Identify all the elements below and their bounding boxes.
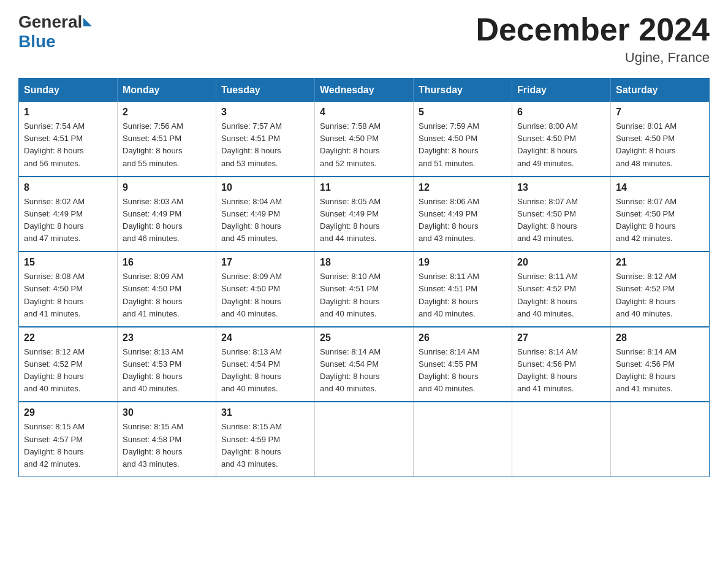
day-info: Sunrise: 8:03 AMSunset: 4:49 PMDaylight:… — [123, 196, 211, 245]
day-info: Sunrise: 8:05 AMSunset: 4:49 PMDaylight:… — [320, 196, 408, 245]
calendar-cell: 1 Sunrise: 7:54 AMSunset: 4:51 PMDayligh… — [19, 102, 118, 177]
day-info: Sunrise: 8:15 AMSunset: 4:58 PMDaylight:… — [123, 421, 211, 470]
title-block: December 2024 Ugine, France — [476, 12, 710, 66]
weekday-header-saturday: Saturday — [611, 79, 710, 102]
weekday-header-monday: Monday — [118, 79, 216, 102]
calendar-cell: 22 Sunrise: 8:12 AMSunset: 4:52 PMDaylig… — [19, 327, 118, 402]
day-info: Sunrise: 8:14 AMSunset: 4:55 PMDaylight:… — [419, 346, 507, 396]
day-info: Sunrise: 7:54 AMSunset: 4:51 PMDaylight:… — [24, 120, 112, 170]
week-row-3: 15 Sunrise: 8:08 AMSunset: 4:50 PMDaylig… — [19, 251, 710, 327]
calendar-cell: 7 Sunrise: 8:01 AMSunset: 4:50 PMDayligh… — [611, 102, 710, 177]
calendar-cell: 9 Sunrise: 8:03 AMSunset: 4:49 PMDayligh… — [118, 177, 216, 252]
day-number: 8 — [24, 182, 112, 193]
day-info: Sunrise: 8:04 AMSunset: 4:49 PMDaylight:… — [221, 196, 309, 245]
calendar-cell: 20 Sunrise: 8:11 AMSunset: 4:52 PMDaylig… — [512, 251, 611, 327]
calendar-cell: 8 Sunrise: 8:02 AMSunset: 4:49 PMDayligh… — [19, 177, 118, 252]
weekday-header-friday: Friday — [512, 79, 611, 102]
calendar-cell: 21 Sunrise: 8:12 AMSunset: 4:52 PMDaylig… — [611, 251, 710, 327]
week-row-2: 8 Sunrise: 8:02 AMSunset: 4:49 PMDayligh… — [19, 177, 710, 252]
day-info: Sunrise: 8:08 AMSunset: 4:50 PMDaylight:… — [24, 270, 112, 320]
day-info: Sunrise: 7:58 AMSunset: 4:50 PMDaylight:… — [320, 120, 408, 170]
day-number: 16 — [123, 257, 211, 268]
day-number: 11 — [320, 182, 408, 193]
day-number: 26 — [419, 332, 507, 343]
calendar-cell — [315, 402, 414, 477]
calendar-cell: 15 Sunrise: 8:08 AMSunset: 4:50 PMDaylig… — [19, 251, 118, 327]
calendar-cell: 24 Sunrise: 8:13 AMSunset: 4:54 PMDaylig… — [216, 327, 315, 402]
location: Ugine, France — [476, 50, 710, 66]
day-number: 17 — [221, 257, 309, 268]
weekday-header-sunday: Sunday — [19, 79, 118, 102]
weekday-header-row: SundayMondayTuesdayWednesdayThursdayFrid… — [19, 79, 710, 102]
day-info: Sunrise: 7:56 AMSunset: 4:51 PMDaylight:… — [123, 120, 211, 170]
calendar-cell: 12 Sunrise: 8:06 AMSunset: 4:49 PMDaylig… — [414, 177, 512, 252]
day-number: 2 — [123, 107, 211, 118]
calendar-cell: 23 Sunrise: 8:13 AMSunset: 4:53 PMDaylig… — [118, 327, 216, 402]
week-row-5: 29 Sunrise: 8:15 AMSunset: 4:57 PMDaylig… — [19, 402, 710, 477]
calendar-cell: 27 Sunrise: 8:14 AMSunset: 4:56 PMDaylig… — [512, 327, 611, 402]
day-info: Sunrise: 8:01 AMSunset: 4:50 PMDaylight:… — [616, 120, 704, 170]
calendar-table: SundayMondayTuesdayWednesdayThursdayFrid… — [18, 78, 710, 477]
day-info: Sunrise: 8:00 AMSunset: 4:50 PMDaylight:… — [517, 120, 605, 170]
day-info: Sunrise: 8:14 AMSunset: 4:54 PMDaylight:… — [320, 346, 408, 396]
calendar-cell — [512, 402, 611, 477]
week-row-1: 1 Sunrise: 7:54 AMSunset: 4:51 PMDayligh… — [19, 102, 710, 177]
day-number: 23 — [123, 332, 211, 343]
calendar-cell: 26 Sunrise: 8:14 AMSunset: 4:55 PMDaylig… — [414, 327, 512, 402]
calendar-cell — [414, 402, 512, 477]
day-info: Sunrise: 8:06 AMSunset: 4:49 PMDaylight:… — [419, 196, 507, 245]
day-number: 27 — [517, 332, 605, 343]
day-info: Sunrise: 8:14 AMSunset: 4:56 PMDaylight:… — [517, 346, 605, 396]
day-info: Sunrise: 8:15 AMSunset: 4:57 PMDaylight:… — [24, 421, 112, 470]
calendar-cell: 2 Sunrise: 7:56 AMSunset: 4:51 PMDayligh… — [118, 102, 216, 177]
calendar-cell: 16 Sunrise: 8:09 AMSunset: 4:50 PMDaylig… — [118, 251, 216, 327]
calendar-cell: 10 Sunrise: 8:04 AMSunset: 4:49 PMDaylig… — [216, 177, 315, 252]
day-info: Sunrise: 8:12 AMSunset: 4:52 PMDaylight:… — [616, 270, 704, 320]
day-info: Sunrise: 8:15 AMSunset: 4:59 PMDaylight:… — [221, 421, 309, 470]
calendar-cell — [611, 402, 710, 477]
day-number: 1 — [24, 107, 112, 118]
day-info: Sunrise: 8:11 AMSunset: 4:52 PMDaylight:… — [517, 270, 605, 320]
calendar-cell: 4 Sunrise: 7:58 AMSunset: 4:50 PMDayligh… — [315, 102, 414, 177]
day-number: 14 — [616, 182, 704, 193]
day-number: 13 — [517, 182, 605, 193]
day-number: 19 — [419, 257, 507, 268]
month-title: December 2024 — [476, 12, 710, 47]
logo: General Blue — [18, 12, 93, 52]
weekday-header-tuesday: Tuesday — [216, 79, 315, 102]
calendar-cell: 13 Sunrise: 8:07 AMSunset: 4:50 PMDaylig… — [512, 177, 611, 252]
day-number: 29 — [24, 407, 112, 418]
calendar-cell: 30 Sunrise: 8:15 AMSunset: 4:58 PMDaylig… — [118, 402, 216, 477]
day-number: 24 — [221, 332, 309, 343]
day-number: 12 — [419, 182, 507, 193]
week-row-4: 22 Sunrise: 8:12 AMSunset: 4:52 PMDaylig… — [19, 327, 710, 402]
day-info: Sunrise: 8:12 AMSunset: 4:52 PMDaylight:… — [24, 346, 112, 396]
day-number: 7 — [616, 107, 704, 118]
day-number: 22 — [24, 332, 112, 343]
day-info: Sunrise: 8:02 AMSunset: 4:49 PMDaylight:… — [24, 196, 112, 245]
day-info: Sunrise: 8:07 AMSunset: 4:50 PMDaylight:… — [616, 196, 704, 245]
day-info: Sunrise: 8:13 AMSunset: 4:54 PMDaylight:… — [221, 346, 309, 396]
day-number: 5 — [419, 107, 507, 118]
day-info: Sunrise: 8:14 AMSunset: 4:56 PMDaylight:… — [616, 346, 704, 396]
logo-arrow-icon — [83, 18, 92, 26]
calendar-cell: 25 Sunrise: 8:14 AMSunset: 4:54 PMDaylig… — [315, 327, 414, 402]
calendar-cell: 18 Sunrise: 8:10 AMSunset: 4:51 PMDaylig… — [315, 251, 414, 327]
day-info: Sunrise: 7:59 AMSunset: 4:50 PMDaylight:… — [419, 120, 507, 170]
day-number: 6 — [517, 107, 605, 118]
day-info: Sunrise: 8:11 AMSunset: 4:51 PMDaylight:… — [419, 270, 507, 320]
page-header: General Blue December 2024 Ugine, France — [18, 12, 710, 66]
day-number: 21 — [616, 257, 704, 268]
calendar-cell: 31 Sunrise: 8:15 AMSunset: 4:59 PMDaylig… — [216, 402, 315, 477]
day-number: 3 — [221, 107, 309, 118]
day-number: 30 — [123, 407, 211, 418]
calendar-cell: 28 Sunrise: 8:14 AMSunset: 4:56 PMDaylig… — [611, 327, 710, 402]
calendar-cell: 6 Sunrise: 8:00 AMSunset: 4:50 PMDayligh… — [512, 102, 611, 177]
calendar-cell: 17 Sunrise: 8:09 AMSunset: 4:50 PMDaylig… — [216, 251, 315, 327]
day-info: Sunrise: 8:09 AMSunset: 4:50 PMDaylight:… — [221, 270, 309, 320]
day-info: Sunrise: 7:57 AMSunset: 4:51 PMDaylight:… — [221, 120, 309, 170]
day-number: 10 — [221, 182, 309, 193]
day-number: 18 — [320, 257, 408, 268]
weekday-header-thursday: Thursday — [414, 79, 512, 102]
logo-blue-text: Blue — [18, 32, 56, 51]
